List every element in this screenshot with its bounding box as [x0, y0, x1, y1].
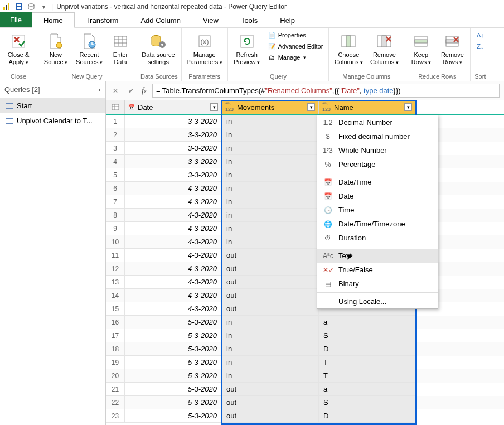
- commit-formula-icon[interactable]: ✔: [126, 86, 136, 96]
- row-number[interactable]: 22: [106, 396, 125, 409]
- row-number[interactable]: 23: [106, 409, 125, 423]
- row-number[interactable]: 19: [106, 356, 125, 369]
- tab-transform[interactable]: Transform: [75, 13, 130, 27]
- cell-name[interactable]: T: [319, 356, 416, 369]
- cell-name[interactable]: S: [319, 329, 416, 342]
- table-row[interactable]: 53-3-2020in: [106, 168, 504, 182]
- cell-name[interactable]: D: [319, 342, 416, 356]
- cell-movements[interactable]: in: [222, 209, 319, 222]
- column-header-date[interactable]: 📅 Date ▾: [125, 100, 222, 114]
- row-number[interactable]: 21: [106, 383, 125, 396]
- cell-date[interactable]: 5-3-2020: [125, 383, 222, 396]
- collapse-pane-icon[interactable]: ‹: [99, 85, 101, 94]
- column-filter-date[interactable]: ▾: [210, 103, 218, 111]
- row-number[interactable]: 6: [106, 182, 125, 195]
- table-row[interactable]: 23-3-2020in: [106, 128, 504, 142]
- cell-movements[interactable]: in: [222, 342, 319, 356]
- cell-date[interactable]: 4-3-2020: [125, 195, 222, 209]
- table-row[interactable]: 185-3-2020inD: [106, 342, 504, 356]
- type-truefalse[interactable]: ✕✓True/False: [317, 263, 438, 277]
- recent-sources-button[interactable]: Recent Sources: [74, 30, 104, 67]
- cell-date[interactable]: 4-3-2020: [125, 276, 222, 289]
- tab-view[interactable]: View: [192, 13, 230, 27]
- cell-date[interactable]: 4-3-2020: [125, 222, 222, 235]
- fx-icon[interactable]: fx: [142, 86, 147, 95]
- cell-movements[interactable]: out: [222, 289, 319, 302]
- cell-movements[interactable]: out: [222, 262, 319, 276]
- qat-more-icon[interactable]: ▾: [39, 2, 48, 11]
- cell-movements[interactable]: out: [222, 409, 319, 423]
- manage-button[interactable]: 🗂Manage▾: [266, 52, 326, 62]
- type-fixed-decimal[interactable]: $Fixed decimal number: [317, 129, 438, 143]
- manage-parameters-button[interactable]: (x) Manage Parameters: [185, 30, 224, 67]
- cell-date[interactable]: 5-3-2020: [125, 396, 222, 409]
- cell-name[interactable]: a: [319, 383, 416, 396]
- type-decimal[interactable]: 1.2Decimal Number: [317, 115, 438, 129]
- sort-asc-button[interactable]: A↓: [474, 30, 486, 40]
- cell-movements[interactable]: in: [222, 316, 319, 329]
- keep-rows-button[interactable]: Keep Rows: [408, 30, 434, 67]
- close-apply-button[interactable]: Close & Apply: [3, 30, 33, 67]
- cell-movements[interactable]: out: [222, 276, 319, 289]
- tab-home[interactable]: Home: [32, 12, 75, 28]
- row-number[interactable]: 3: [106, 142, 125, 155]
- cell-movements[interactable]: in: [222, 222, 319, 235]
- query-item[interactable]: Unpivot Calendar to T...: [0, 113, 105, 128]
- table-row[interactable]: 104-3-2020in: [106, 235, 504, 249]
- row-number[interactable]: 13: [106, 276, 125, 289]
- cell-date[interactable]: 5-3-2020: [125, 316, 222, 329]
- cell-date[interactable]: 4-3-2020: [125, 235, 222, 249]
- type-whole-number[interactable]: 1²3Whole Number: [317, 143, 438, 157]
- cell-movements[interactable]: in: [222, 142, 319, 155]
- new-source-button[interactable]: New Source: [41, 30, 71, 67]
- type-time[interactable]: 🕒Time: [317, 203, 438, 217]
- cell-date[interactable]: 4-3-2020: [125, 289, 222, 302]
- enter-data-button[interactable]: Enter Data: [108, 30, 133, 67]
- cell-date[interactable]: 5-3-2020: [125, 329, 222, 342]
- table-row[interactable]: 114-3-2020out: [106, 249, 504, 262]
- row-number[interactable]: 4: [106, 155, 125, 168]
- table-row[interactable]: 74-3-2020in: [106, 195, 504, 209]
- cell-name[interactable]: T: [319, 369, 416, 383]
- table-row[interactable]: 175-3-2020inS: [106, 329, 504, 342]
- row-number[interactable]: 11: [106, 249, 125, 262]
- cell-movements[interactable]: in: [222, 356, 319, 369]
- cell-date[interactable]: 3-3-2020: [125, 115, 222, 128]
- row-number[interactable]: 1: [106, 115, 125, 128]
- advanced-editor-button[interactable]: 📝Advanced Editor: [266, 41, 326, 51]
- cell-name[interactable]: D: [319, 409, 416, 423]
- table-row[interactable]: 124-3-2020out: [106, 262, 504, 276]
- table-row[interactable]: 205-3-2020inT: [106, 369, 504, 383]
- table-row[interactable]: 134-3-2020out: [106, 276, 504, 289]
- row-number[interactable]: 15: [106, 302, 125, 316]
- column-header-movements[interactable]: ᴬᴮᶜ123 Movements ▾: [222, 100, 319, 114]
- data-source-settings-button[interactable]: Data source settings: [140, 30, 176, 67]
- table-row[interactable]: 195-3-2020inT: [106, 356, 504, 369]
- table-row[interactable]: 84-3-2020in: [106, 209, 504, 222]
- cell-date[interactable]: 3-3-2020: [125, 142, 222, 155]
- row-number[interactable]: 2: [106, 128, 125, 142]
- row-number[interactable]: 7: [106, 195, 125, 209]
- tab-add-column[interactable]: Add Column: [129, 13, 192, 27]
- cell-movements[interactable]: out: [222, 396, 319, 409]
- type-date[interactable]: 📅Date: [317, 189, 438, 203]
- cell-movements[interactable]: in: [222, 115, 319, 128]
- table-row[interactable]: 235-3-2020outD: [106, 409, 504, 423]
- cell-movements[interactable]: in: [222, 329, 319, 342]
- table-row[interactable]: 13-3-2020in: [106, 115, 504, 128]
- cell-date[interactable]: 4-3-2020: [125, 182, 222, 195]
- save-icon[interactable]: [14, 2, 23, 11]
- row-number[interactable]: 16: [106, 316, 125, 329]
- properties-button[interactable]: 📄Properties: [266, 30, 326, 40]
- cell-movements[interactable]: out: [222, 302, 319, 316]
- table-row[interactable]: 165-3-2020ina: [106, 316, 504, 329]
- tab-help[interactable]: Help: [269, 13, 306, 27]
- cell-date[interactable]: 4-3-2020: [125, 209, 222, 222]
- formula-input[interactable]: = Table.TransformColumnTypes(#"Renamed C…: [152, 84, 500, 98]
- row-number[interactable]: 12: [106, 262, 125, 276]
- type-duration[interactable]: ⏱Duration: [317, 231, 438, 245]
- remove-columns-button[interactable]: Remove Columns: [368, 30, 400, 67]
- row-number[interactable]: 8: [106, 209, 125, 222]
- cell-date[interactable]: 5-3-2020: [125, 409, 222, 423]
- table-row[interactable]: 144-3-2020out: [106, 289, 504, 302]
